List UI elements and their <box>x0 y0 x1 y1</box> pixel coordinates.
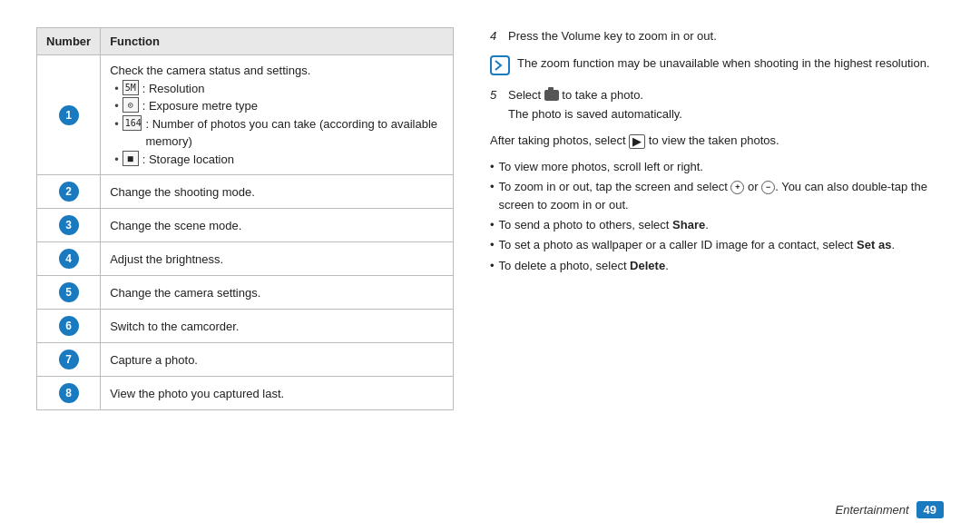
table-row: 2 Change the shooting mode. <box>37 175 454 209</box>
bullet-2: To zoom in or out, tap the screen and se… <box>499 178 944 214</box>
list-item: To delete a photo, select Delete. <box>490 257 944 275</box>
left-column: Number Function 1 Check the camera statu… <box>36 27 454 514</box>
footer-page: 49 <box>916 501 944 518</box>
row-content-3: Change the scene mode. <box>101 209 454 242</box>
cell-content-1: Check the camera status and settings. • … <box>110 62 444 168</box>
list-item: • 5M : Resolution <box>114 80 444 98</box>
circle-3: 3 <box>59 215 79 235</box>
row-num-4: 4 <box>37 242 101 276</box>
list-item: To set a photo as wallpaper or a caller … <box>490 236 944 254</box>
bullet-3: To send a photo to others, select Share. <box>499 216 709 234</box>
view-last-text: View the photo you captured last. <box>110 387 284 400</box>
footer: Entertainment 49 <box>836 501 944 518</box>
exposure-text: : Exposure metre type <box>142 97 258 115</box>
play-button-icon: ▶ <box>629 134 645 149</box>
col-function: Function <box>101 28 454 55</box>
row-num-7: 7 <box>37 343 101 377</box>
zoom-in-icon: + <box>730 181 744 194</box>
note-box: The zoom function may be unavailable whe… <box>490 54 944 75</box>
table-row: 6 Switch to the camcorder. <box>37 310 454 343</box>
row-num-1: 1 <box>37 55 101 175</box>
storage-icon: ■ <box>122 151 139 166</box>
table-row: 7 Capture a photo. <box>37 343 454 377</box>
right-column: 4 Press the Volume key to zoom in or out… <box>490 27 944 514</box>
cell-header: Check the camera status and settings. <box>110 62 444 80</box>
note-text: The zoom function may be unavailable whe… <box>517 54 930 73</box>
step-5-sub: The photo is saved automatically. <box>490 107 944 121</box>
row-num-6: 6 <box>37 310 101 343</box>
scene-mode-text: Change the scene mode. <box>110 219 241 232</box>
exposure-icon: ⊙ <box>122 97 139 113</box>
function-table: Number Function 1 Check the camera statu… <box>36 27 454 410</box>
zoom-out-icon: − <box>761 181 775 194</box>
list-item: To send a photo to others, select Share. <box>490 216 944 234</box>
photo-count-icon: 164 <box>122 115 142 131</box>
note-icon <box>490 55 510 75</box>
step-5-text: Select to take a photo. <box>508 86 643 104</box>
resolution-text: : Resolution <box>142 80 205 98</box>
row-content-1: Check the camera status and settings. • … <box>101 55 454 175</box>
bullet-5: To delete a photo, select Delete. <box>499 257 669 275</box>
row-num-3: 3 <box>37 209 101 242</box>
row-content-5: Change the camera settings. <box>101 276 454 310</box>
col-number: Number <box>37 28 101 55</box>
row-num-5: 5 <box>37 276 101 310</box>
camcorder-text: Switch to the camcorder. <box>110 320 239 333</box>
step-4: 4 Press the Volume key to zoom in or out… <box>490 27 944 45</box>
step-5: 5 Select to take a photo. <box>490 86 944 104</box>
footer-label: Entertainment <box>836 503 909 517</box>
photo-count-text: : Number of photos you can take (accordi… <box>145 115 444 151</box>
page: Number Function 1 Check the camera statu… <box>0 0 980 532</box>
circle-5: 5 <box>59 282 79 302</box>
table-row: 5 Change the camera settings. <box>37 276 454 310</box>
camera-settings-text: Change the camera settings. <box>110 286 260 300</box>
brightness-text: Adjust the brightness. <box>110 252 223 266</box>
table-row: 4 Adjust the brightness. <box>37 242 454 276</box>
step-4-num: 4 <box>490 27 503 45</box>
table-row: 3 Change the scene mode. <box>37 209 454 242</box>
row-num-2: 2 <box>37 175 101 209</box>
row-content-6: Switch to the camcorder. <box>101 310 454 343</box>
row-content-8: View the photo you captured last. <box>101 377 454 410</box>
row-content-7: Capture a photo. <box>101 343 454 377</box>
row-content-4: Adjust the brightness. <box>101 242 454 276</box>
list-item: • 164 : Number of photos you can take (a… <box>114 115 444 151</box>
list-item: To view more photos, scroll left or righ… <box>490 158 944 176</box>
list-item: • ⊙ : Exposure metre type <box>114 97 444 115</box>
table-row: 1 Check the camera status and settings. … <box>37 55 454 175</box>
storage-text: : Storage location <box>142 151 234 169</box>
cell-bullets: • 5M : Resolution • ⊙ : Exposure metre t… <box>114 80 444 169</box>
circle-2: 2 <box>59 182 79 202</box>
row-content-2: Change the shooting mode. <box>101 175 454 209</box>
circle-4: 4 <box>59 249 79 269</box>
bullet-list: To view more photos, scroll left or righ… <box>490 158 944 275</box>
resolution-icon: 5M <box>122 80 139 95</box>
after-section: After taking photos, select ▶ to view th… <box>490 132 944 151</box>
camera-icon <box>544 90 559 101</box>
bullet-1: To view more photos, scroll left or righ… <box>499 158 703 176</box>
table-row: 8 View the photo you captured last. <box>37 377 454 410</box>
shooting-mode-text: Change the shooting mode. <box>110 185 255 199</box>
row-num-8: 8 <box>37 377 101 410</box>
bullet-4: To set a photo as wallpaper or a caller … <box>499 236 895 254</box>
circle-7: 7 <box>59 350 79 369</box>
capture-text: Capture a photo. <box>110 353 198 367</box>
step-4-text: Press the Volume key to zoom in or out. <box>508 27 717 45</box>
circle-6: 6 <box>59 316 79 336</box>
list-item: • ■ : Storage location <box>114 151 444 169</box>
list-item: To zoom in or out, tap the screen and se… <box>490 178 944 214</box>
step-5-num: 5 <box>490 86 503 104</box>
circle-8: 8 <box>59 383 79 403</box>
circle-1: 1 <box>59 105 79 125</box>
